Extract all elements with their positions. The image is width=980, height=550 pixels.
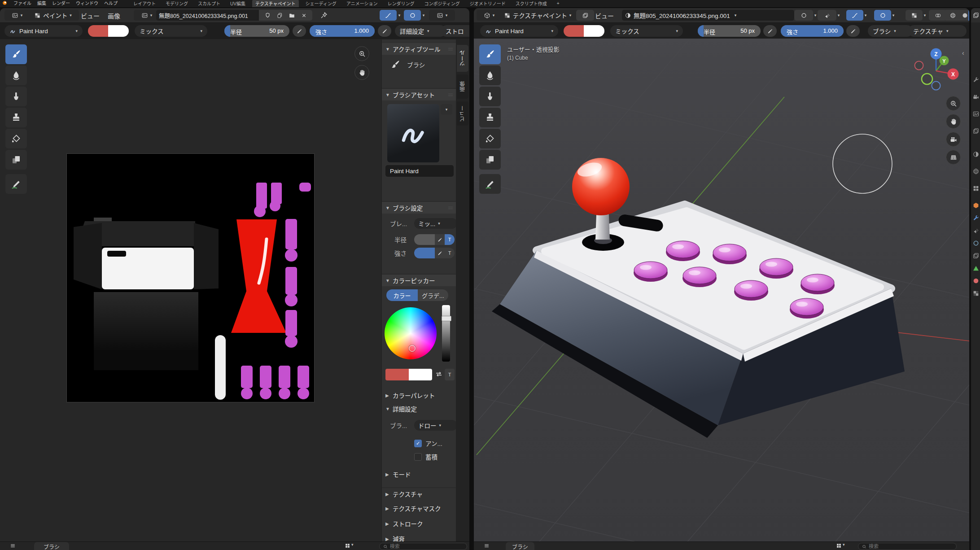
falloff-dropdown[interactable]: ▾	[858, 10, 873, 21]
gradient-tab[interactable]: グラデ...	[418, 289, 448, 301]
world-tab-icon[interactable]	[972, 168, 980, 175]
secondary-color-swatch[interactable]	[409, 369, 432, 380]
radius-slider[interactable]: 半径50 px	[698, 25, 761, 37]
editor-type-button[interactable]: ▾	[4, 10, 30, 21]
shading-solid-button[interactable]	[956, 10, 969, 21]
strength-slider[interactable]: 強さ1.000	[781, 25, 844, 37]
shelf-menu-button[interactable]	[484, 543, 490, 549]
checkbox-checked-icon[interactable]: ✓	[414, 440, 422, 447]
data-tab-icon[interactable]	[972, 265, 980, 272]
radius-pressure-button[interactable]	[293, 25, 306, 37]
color-wheel[interactable]	[385, 307, 437, 359]
secondary-color-swatch[interactable]	[108, 25, 129, 37]
tool-mask[interactable]	[5, 150, 27, 170]
primary-color-swatch[interactable]	[564, 25, 584, 37]
mode-dropdown[interactable]: テクスチャペイント▾	[497, 10, 578, 21]
display-channels-button[interactable]: ▾	[429, 10, 455, 21]
menu-window[interactable]: ウィンドウ	[76, 0, 98, 6]
workspace-tab-sculpting[interactable]: スカルプト	[195, 0, 223, 7]
tool-tab-icon[interactable]	[972, 76, 980, 83]
tool-soften[interactable]	[479, 65, 501, 85]
swap-colors-button[interactable]	[435, 370, 443, 378]
perspective-toggle-button[interactable]	[946, 150, 961, 165]
section-stroke[interactable]: ▶ ストローク	[382, 518, 456, 529]
blender-logo-icon[interactable]	[2, 0, 8, 6]
sidebar-tab-view[interactable]: ビュー	[457, 101, 468, 126]
strength-pressure-button[interactable]	[435, 248, 445, 258]
workspace-tab-shading[interactable]: シェーディング	[302, 0, 340, 7]
workspace-tab-layout[interactable]: レイアウト	[130, 0, 159, 7]
stroke-dropdown[interactable]: ストロ	[441, 25, 469, 37]
gizmo-x[interactable]: X	[948, 69, 959, 80]
properties-editor-icon[interactable]	[972, 12, 980, 19]
tool-fill[interactable]	[5, 129, 27, 148]
secondary-color-swatch[interactable]	[584, 25, 604, 37]
workspace-tab-modeling[interactable]: モデリング	[162, 0, 191, 7]
strength-slider[interactable]	[414, 248, 435, 258]
menu-file[interactable]: ファイル	[13, 0, 31, 6]
zoom-button[interactable]	[946, 96, 961, 111]
viewport-3d[interactable]	[474, 39, 969, 550]
value-slider-handle[interactable]	[442, 316, 451, 321]
primary-color-swatch[interactable]	[385, 369, 409, 380]
brush-asset-dropdown[interactable]: ▾	[441, 104, 452, 115]
section-texture-mask[interactable]: ▶ テクスチャマスク	[382, 502, 456, 514]
tool-fill[interactable]	[479, 129, 501, 148]
section-color-picker[interactable]: ▼ カラーピッカー	[382, 274, 456, 286]
section-advanced[interactable]: ▼ 詳細設定	[382, 403, 456, 415]
menu-render[interactable]: レンダー	[52, 0, 70, 6]
color-texture-button[interactable]: T	[445, 369, 455, 380]
viewlayer-tab-icon[interactable]	[972, 127, 980, 135]
blend-dropdown[interactable]: ミッ...▾	[414, 218, 456, 229]
checkbox-unchecked-icon[interactable]	[414, 453, 422, 461]
tool-draw[interactable]	[479, 44, 501, 64]
section-active-tool[interactable]: ▼ アクティブツール::::	[382, 43, 456, 55]
tool-clone[interactable]	[479, 108, 501, 127]
antialias-row[interactable]: ✓ アン...	[414, 439, 442, 448]
radius-slider[interactable]	[414, 234, 435, 245]
gizmo-minus-z[interactable]	[932, 82, 941, 90]
zoom-button[interactable]	[354, 46, 369, 61]
texture-tab-icon[interactable]	[972, 290, 980, 297]
section-brush-settings[interactable]: ▼ ブラシ設定::::	[382, 201, 456, 214]
masking-dropdown[interactable]: ▾	[886, 10, 901, 21]
section-mode[interactable]: ▶ モード	[382, 468, 456, 480]
shelf-search-input[interactable]	[869, 544, 953, 549]
tool-mask[interactable]	[479, 150, 501, 170]
workspace-tab-animation[interactable]: アニメーション	[343, 0, 381, 7]
menu-edit[interactable]: 編集	[37, 0, 46, 6]
shelf-menu-button[interactable]	[10, 543, 16, 549]
color-tab[interactable]: カラー	[386, 289, 418, 301]
navigation-gizmo[interactable]: Z Y X	[914, 45, 963, 94]
render-tab-icon[interactable]	[972, 93, 980, 100]
workspace-tab-compositing[interactable]: コンポジティング	[421, 0, 463, 7]
tool-clone[interactable]	[5, 108, 27, 127]
workspace-tab-uv[interactable]: UV編集	[227, 0, 249, 7]
section-texture[interactable]: ▶ テクスチャ	[382, 487, 456, 500]
shelf-display-button[interactable]: ▾	[345, 543, 354, 549]
blend-mode-dropdown[interactable]: ミックス▾	[610, 25, 683, 37]
texture-slot-dropdown[interactable]: 無題805_20241006233345.png.001 ▾	[622, 10, 794, 21]
arcade-stick-model[interactable]	[492, 158, 905, 438]
workspace-tab-scripting[interactable]: スクリプト作成	[512, 0, 550, 7]
material-tab-icon[interactable]	[972, 277, 980, 284]
workspace-add-button[interactable]: +	[554, 0, 563, 6]
sidebar-collapse-arrow[interactable]: ‹	[962, 49, 964, 57]
physics-tab-icon[interactable]	[972, 240, 980, 247]
shelf-tab-brushes[interactable]: ブラシ	[506, 542, 534, 550]
menu-image[interactable]: 画像	[106, 11, 122, 20]
radius-slider[interactable]: 半径50 px	[224, 25, 289, 37]
brush-asset-thumbnail[interactable]	[387, 104, 439, 162]
constraints-tab-icon[interactable]	[972, 252, 980, 259]
shelf-search[interactable]	[379, 543, 467, 550]
color-wheel-cursor[interactable]	[409, 345, 416, 352]
radius-pressure-button[interactable]	[763, 25, 777, 37]
tool-soften[interactable]	[5, 65, 27, 85]
texture-canvas[interactable]	[67, 154, 314, 402]
section-brush-asset[interactable]: ▼ ブラシアセット::::	[382, 88, 456, 100]
workspace-tab-geometry-nodes[interactable]: ジオメトリノード	[467, 0, 509, 7]
tool-annotate[interactable]	[5, 174, 27, 194]
modifiers-tab-icon[interactable]	[972, 214, 980, 222]
brush-selector-dropdown[interactable]: Paint Hard▾	[480, 25, 558, 37]
unlink-image-button[interactable]	[295, 10, 312, 21]
